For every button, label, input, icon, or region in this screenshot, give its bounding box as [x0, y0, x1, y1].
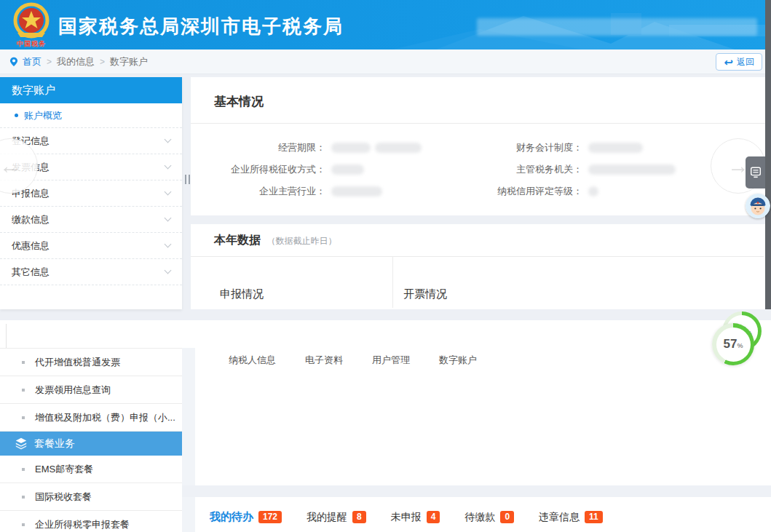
sidebar-item-label: 缴款信息: [12, 213, 50, 226]
bullet-square-icon: [22, 416, 25, 419]
breadcrumb-home-link[interactable]: 首页: [23, 55, 41, 68]
basic-info-title: 基本情况: [214, 95, 264, 108]
nav-user-management[interactable]: 用户管理: [372, 354, 410, 367]
sidebar-item-label: 账户概览: [24, 109, 62, 122]
chevron-down-icon: [165, 215, 172, 222]
profile-nav: 纳税人信息 电子资料 用户管理 数字账户: [195, 351, 771, 370]
tab-my-todo[interactable]: 我的待办 172: [210, 510, 282, 524]
chevron-down-icon: [165, 136, 172, 143]
right-side-strip: [765, 0, 771, 309]
chevron-down-icon: [165, 241, 172, 248]
count-badge: 8: [352, 511, 366, 523]
field-label-main-industry: 企业主营行业：: [191, 185, 325, 198]
sidebar-item-label: 其它信息: [12, 266, 50, 279]
count-badge: 0: [500, 511, 514, 523]
redacted-value: [588, 164, 676, 175]
nav-electronic-materials[interactable]: 电子资料: [305, 354, 343, 367]
menu-item-label: 增值税及附加税（费）申报（小...: [35, 411, 175, 424]
breadcrumb-current: 数字账户: [110, 55, 148, 68]
field-value-main-industry: [325, 186, 455, 196]
menu-item-invoice-collection-query[interactable]: 发票领用信息查询: [0, 376, 182, 404]
mascot-face-icon: [746, 194, 770, 218]
tab-label: 待缴款: [464, 511, 495, 524]
progress-ring: 57%: [712, 323, 754, 365]
menu-item-cit-declaration-package[interactable]: 企业所得税零申报套餐: [0, 511, 182, 532]
sidebar-item-other-info[interactable]: 其它信息: [0, 259, 182, 285]
redacted-value: [331, 143, 371, 153]
sidebar-item-account-overview[interactable]: 账户概览: [0, 103, 182, 128]
active-bullet-icon: [15, 114, 18, 117]
page-title: 国家税务总局深圳市电子税务局: [58, 14, 344, 39]
panel-gap: [182, 348, 195, 532]
nav-taxpayer-info[interactable]: 纳税人信息: [229, 354, 276, 367]
year-data-title: 本年数据: [214, 234, 261, 246]
app-header: 中国税务 国家税务总局深圳市电子税务局: [0, 0, 771, 49]
panel-edge-line: [6, 324, 7, 348]
tab-violation-info[interactable]: 违章信息 11: [539, 511, 603, 524]
redacted-value: [331, 164, 364, 175]
redacted-user-info: [477, 18, 757, 36]
progress-unit: %: [737, 342, 743, 349]
back-button-label: 返回: [737, 56, 754, 68]
return-arrow-icon: ↩: [724, 57, 733, 68]
count-badge: 4: [427, 511, 440, 523]
redacted-value: [588, 143, 643, 153]
bullet-square-icon: [22, 361, 25, 364]
tab-invoicing-status[interactable]: 开票情况: [393, 257, 447, 308]
count-badge: 11: [585, 511, 603, 523]
tax-bureau-emblem-logo: [10, 2, 52, 40]
reader-widget-tab[interactable]: [746, 156, 765, 188]
breadcrumb-bar: 首页 > 我的信息 > 数字账户 ↩ 返回: [0, 49, 771, 74]
tab-my-reminders[interactable]: 我的提醒 8: [307, 511, 366, 524]
sidebar-item-preference-info[interactable]: 优惠信息: [0, 233, 182, 259]
tab-label: 未申报: [391, 511, 422, 524]
menu-group-package-business[interactable]: 套餐业务: [0, 432, 182, 456]
reader-book-icon: [749, 165, 762, 180]
menu-item-issue-vat-invoice[interactable]: 代开增值税普通发票: [0, 349, 182, 376]
bullet-square-icon: [22, 523, 25, 526]
chevron-down-icon: [165, 162, 172, 170]
progress-value: 57: [724, 338, 738, 350]
bullet-square-icon: [22, 468, 25, 471]
bullet-square-icon: [22, 389, 25, 392]
count-badge: 172: [258, 511, 282, 523]
location-pin-icon: [9, 56, 19, 68]
menu-item-international-tax-package[interactable]: 国际税收套餐: [0, 483, 182, 511]
year-data-note: （数据截止昨日）: [266, 236, 336, 246]
field-value-cit-collection-method: [325, 164, 455, 175]
field-value-business-term: [325, 143, 455, 153]
back-button[interactable]: ↩ 返回: [716, 53, 762, 71]
nav-digital-account[interactable]: 数字账户: [439, 354, 477, 367]
logo-caption: 中国税务: [7, 39, 55, 49]
sidebar-item-label: 优惠信息: [12, 239, 50, 253]
menu-item-vat-surcharge-declaration[interactable]: 增值税及附加税（费）申报（小...: [0, 404, 182, 432]
breadcrumb-separator: >: [47, 57, 52, 67]
chevron-down-icon: [165, 267, 172, 274]
menu-item-label: 企业所得税零申报套餐: [35, 518, 130, 531]
menu-item-label: EMS邮寄套餐: [35, 463, 93, 476]
field-label-cit-collection-method: 企业所得税征收方式：: [191, 163, 325, 176]
menu-group-label: 套餐业务: [34, 437, 75, 450]
breadcrumb: 首页 > 我的信息 > 数字账户: [9, 55, 148, 68]
digital-account-menu: 数字账户 账户概览 登记信息 发票信息 申报信息 缴款信息 优惠信息 其它信息: [0, 77, 182, 309]
tab-label: 违章信息: [539, 511, 580, 524]
bullet-square-icon: [22, 496, 25, 499]
redacted-value: [375, 143, 422, 153]
tab-pending-payment[interactable]: 待缴款 0: [464, 511, 514, 524]
field-label-business-term: 经营期限：: [191, 141, 325, 154]
redacted-value: [588, 186, 598, 196]
redacted-value: [331, 186, 382, 196]
breadcrumb-separator: >: [100, 57, 105, 67]
menu-item-ems-package[interactable]: EMS邮寄套餐: [0, 456, 182, 483]
field-label-accounting-system: 财务会计制度：: [455, 141, 582, 154]
tab-declaration-status[interactable]: 申报情况: [191, 257, 393, 308]
menu-item-label: 发票领用信息查询: [35, 384, 111, 397]
sidebar-item-payment-info[interactable]: 缴款信息: [0, 207, 182, 233]
menu-title: 数字账户: [0, 77, 182, 103]
breadcrumb-my-info[interactable]: 我的信息: [57, 55, 95, 68]
field-label-credit-rating: 纳税信用评定等级：: [455, 185, 582, 198]
tab-undeclared[interactable]: 未申报 4: [391, 511, 440, 524]
basic-info-fields: 经营期限： 财务会计制度： 企业所得税征收方式： 主管税务机关： 企业主营行业：…: [191, 137, 765, 202]
assistant-mascot-avatar[interactable]: [746, 194, 770, 218]
arrow-left-icon: ←: [0, 154, 21, 178]
